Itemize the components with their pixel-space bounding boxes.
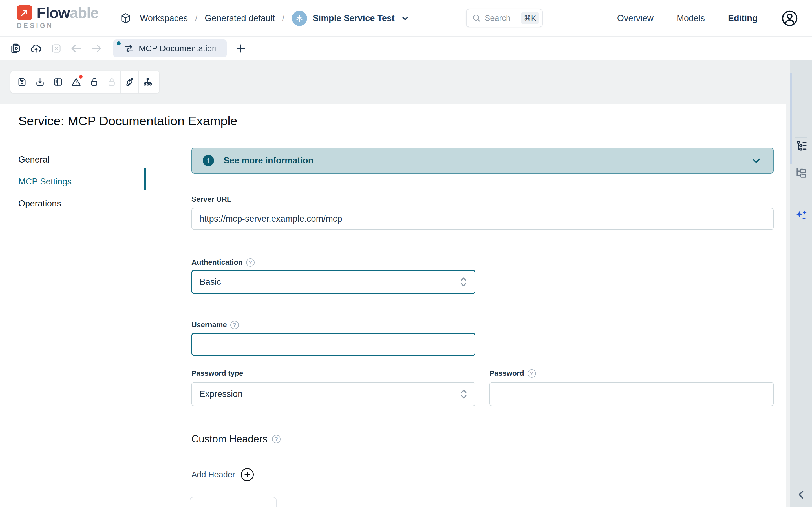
publish-cloud-upload-button[interactable] [29, 42, 43, 55]
select-updown-icon [460, 388, 467, 400]
workspace-cube-icon [119, 11, 133, 25]
warning-badge [79, 75, 83, 78]
model-switcher[interactable]: Simple Service Test [292, 11, 410, 26]
search-input[interactable]: Search ⌘K [466, 9, 543, 27]
select-updown-icon [460, 276, 467, 288]
lock-button [103, 71, 120, 93]
structure-tree-button[interactable] [790, 139, 812, 152]
authentication-value: Basic [200, 277, 460, 287]
validation-warnings-button[interactable] [67, 71, 85, 93]
section-general[interactable]: General [18, 149, 137, 171]
add-header-button[interactable]: Add Header [192, 468, 254, 481]
info-icon: i [203, 155, 214, 166]
service-exchange-icon [123, 43, 135, 54]
flowable-logo-icon [17, 5, 32, 20]
tab-strip: MCP Documentation Ex [0, 37, 812, 60]
ai-assistant-sparkles-button[interactable] [790, 209, 812, 223]
plus-circle-icon [241, 468, 254, 481]
breadcrumb-separator: / [282, 13, 285, 23]
hierarchy-view-button[interactable] [139, 71, 156, 93]
save-all-button[interactable] [9, 42, 22, 55]
password-input[interactable] [490, 382, 774, 406]
flowable-logo[interactable]: Flowable DESIGN [17, 5, 98, 30]
export-download-button[interactable] [31, 71, 49, 93]
banner-expand-chevron-icon[interactable] [750, 154, 762, 167]
folder-tree-button[interactable] [790, 166, 812, 180]
page-title: Service: MCP Documentation Example [18, 114, 238, 128]
nav-overview[interactable]: Overview [617, 13, 654, 23]
info-banner-text: See more information [223, 156, 741, 166]
search-placeholder: Search [485, 13, 518, 23]
new-tab-button[interactable] [234, 42, 248, 55]
breadcrumb-project[interactable]: Generated default [205, 13, 274, 23]
section-active-indicator [144, 168, 146, 190]
flowable-design-app: Flowable DESIGN Workspaces / Generated d… [0, 0, 812, 507]
model-name: Simple Service Test [313, 13, 395, 23]
server-url-label: Server URL [192, 195, 232, 204]
server-url-input[interactable] [192, 208, 774, 230]
authentication-label: Authentication ? [192, 258, 255, 267]
section-mcp-settings[interactable]: MCP Settings [18, 171, 137, 193]
search-shortcut-badge: ⌘K [521, 12, 539, 24]
help-icon[interactable]: ? [231, 321, 239, 329]
unlock-button[interactable] [86, 71, 103, 93]
search-icon [472, 13, 481, 23]
info-banner[interactable]: i See more information [192, 148, 774, 173]
password-type-value: Expression [199, 389, 460, 399]
section-operations[interactable]: Operations [18, 193, 137, 215]
user-avatar[interactable] [781, 9, 799, 27]
help-icon[interactable]: ? [246, 258, 255, 267]
breadcrumb: Workspaces / Generated default / Simple … [119, 0, 410, 37]
tab-mcp-documentation[interactable]: MCP Documentation Ex [113, 40, 227, 57]
top-header: Flowable DESIGN Workspaces / Generated d… [0, 0, 812, 37]
compare-versions-button[interactable] [121, 71, 139, 93]
collapse-rail-chevron-button[interactable] [790, 488, 812, 501]
save-button[interactable] [13, 71, 31, 93]
flowable-wordmark: Flowable [37, 5, 98, 20]
redo-forward-button [90, 42, 103, 55]
panel-rail-gap [786, 60, 790, 507]
breadcrumb-workspaces[interactable]: Workspaces [140, 13, 188, 23]
breadcrumb-separator: / [195, 13, 197, 23]
password-type-label: Password type [192, 369, 243, 378]
panel-layout-button[interactable] [49, 71, 67, 93]
custom-headers-title: Custom Headers ? [192, 433, 281, 445]
product-name: DESIGN [17, 22, 98, 30]
tab-label: MCP Documentation Ex [139, 44, 220, 53]
rail-divider [795, 136, 808, 138]
right-rail [790, 60, 812, 507]
password-type-select[interactable]: Expression [192, 382, 475, 406]
detect-operations-button[interactable]: Detect Operations [190, 497, 276, 507]
nav-models[interactable]: Models [677, 13, 705, 23]
unsaved-changes-dot [117, 41, 121, 45]
nav-editing[interactable]: Editing [728, 13, 758, 23]
authentication-select[interactable]: Basic [192, 270, 475, 294]
service-model-icon [292, 11, 307, 26]
username-label: Username ? [192, 321, 239, 329]
chevron-down-icon [400, 13, 410, 23]
section-nav: General MCP Settings Operations [18, 149, 137, 215]
help-icon[interactable]: ? [272, 435, 281, 443]
top-navigation: Overview Models Editing [617, 0, 799, 37]
username-input[interactable] [192, 333, 475, 356]
help-icon[interactable]: ? [527, 369, 536, 378]
password-label: Password ? [490, 369, 536, 378]
close-tab-button [50, 42, 63, 55]
undo-back-button [69, 42, 83, 55]
model-toolbar [10, 71, 159, 93]
add-header-label: Add Header [192, 470, 235, 480]
